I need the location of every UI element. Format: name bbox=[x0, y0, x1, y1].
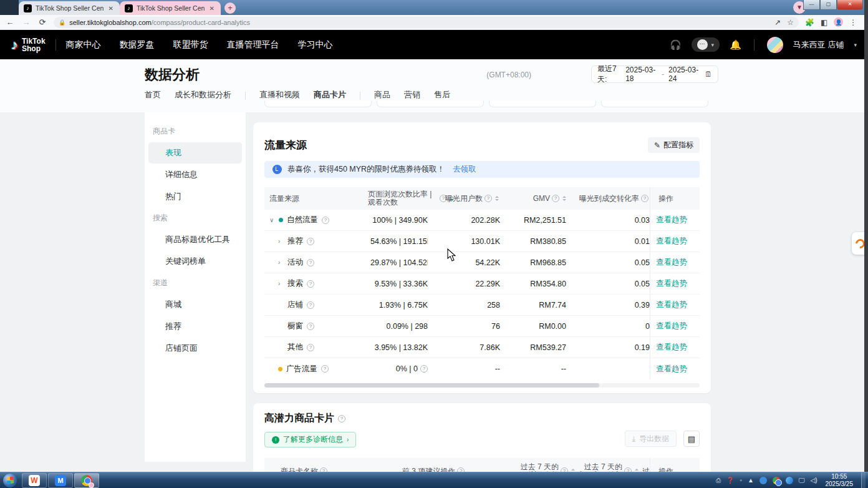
taskbar-wps-button[interactable]: W bbox=[22, 473, 47, 488]
claim-coupon-link[interactable]: 去领取 bbox=[453, 164, 476, 175]
nav-item-affiliate[interactable]: 联盟带货 bbox=[173, 39, 208, 51]
info-icon[interactable]: ? bbox=[561, 467, 568, 472]
forward-icon[interactable]: → bbox=[21, 17, 31, 27]
info-icon[interactable]: ? bbox=[552, 195, 559, 202]
sidebar-item-details[interactable]: 详细信息 bbox=[148, 164, 242, 185]
sidebar-item-keyword-ranking[interactable]: 关键词榜单 bbox=[148, 251, 242, 272]
tab-growth-analytics[interactable]: 成长和数据分析 bbox=[175, 89, 231, 107]
taskbar-chrome-button[interactable] bbox=[74, 473, 99, 488]
tray-hidden-icons-arrow[interactable]: ▲ bbox=[748, 477, 754, 484]
tray-window-icon[interactable]: ▫ bbox=[740, 477, 742, 484]
tray-help-icon[interactable]: ❓ bbox=[726, 477, 734, 484]
col-7d-gmv[interactable]: 过去 7 天的商品交易总额 ? bbox=[577, 458, 639, 472]
browser-tab-1[interactable]: ♪ TikTok Shop Seller Center | Cr ✕ bbox=[19, 1, 120, 15]
reload-icon[interactable]: ⟳ bbox=[37, 17, 47, 27]
sidebar-item-shop-page[interactable]: 店铺页面 bbox=[148, 338, 242, 359]
tab-home[interactable]: 首页 bbox=[145, 89, 161, 107]
profile-avatar[interactable]: 👤 bbox=[834, 17, 843, 27]
calendar-icon[interactable]: 🗓 bbox=[705, 70, 712, 79]
scrollbar-thumb[interactable] bbox=[264, 383, 599, 388]
nav-item-learning-center[interactable]: 学习中心 bbox=[298, 39, 333, 51]
export-data-button[interactable]: ⤓ 导出数据 bbox=[625, 431, 677, 447]
diagnosis-info-button[interactable]: ! 了解更多诊断信息 › bbox=[264, 432, 356, 447]
sidebar-item-mall[interactable]: 商城 bbox=[148, 294, 242, 315]
view-trend-link[interactable]: 查看趋势 bbox=[650, 236, 700, 246]
col-pageview-rate[interactable]: 页面浏览次数比率 | 观看次数 ? bbox=[368, 187, 454, 210]
taskbar-app-button[interactable]: M bbox=[48, 473, 73, 488]
side-panel-icon[interactable]: ◧ bbox=[821, 18, 827, 27]
tray-app-icon[interactable] bbox=[786, 477, 793, 484]
info-icon[interactable]: ? bbox=[338, 415, 345, 422]
menu-dots-icon[interactable]: ⋮ bbox=[849, 18, 857, 27]
sidebar-item-trending[interactable]: 热门 bbox=[148, 186, 242, 207]
tab-close-icon[interactable]: ✕ bbox=[107, 5, 115, 12]
view-trend-link[interactable]: 查看趋势 bbox=[650, 364, 700, 374]
address-bar[interactable]: 🔒 seller.tiktokglobalshop.com/compass/pr… bbox=[54, 17, 799, 28]
maximize-button[interactable]: ▢ bbox=[820, 0, 837, 10]
info-icon[interactable]: ? bbox=[307, 344, 314, 351]
view-trend-link[interactable]: 查看趋势 bbox=[650, 278, 700, 289]
share-icon[interactable]: ↗ bbox=[774, 18, 781, 27]
col-7d-viewers[interactable]: 过去 7 天的浏览人数 ? bbox=[514, 458, 575, 472]
bookmark-star-icon[interactable]: ☆ bbox=[787, 18, 794, 27]
info-icon[interactable]: ? bbox=[307, 259, 314, 266]
info-icon[interactable]: ? bbox=[420, 365, 428, 373]
nav-item-data-compass[interactable]: 数据罗盘 bbox=[120, 39, 155, 51]
chevron-right-icon[interactable]: › bbox=[278, 280, 284, 287]
bell-icon[interactable]: 🔔 bbox=[730, 39, 741, 51]
start-button[interactable] bbox=[3, 474, 17, 487]
store-name[interactable]: 马来西亚 店铺 bbox=[793, 39, 844, 51]
col-gmv[interactable]: GMV ? bbox=[533, 187, 566, 210]
tray-qq-icon[interactable] bbox=[760, 477, 767, 484]
info-icon[interactable]: ? bbox=[320, 467, 327, 472]
view-trend-link[interactable]: 查看趋势 bbox=[650, 300, 700, 310]
col-conversion-rate[interactable]: 曝光到成交转化率 ? bbox=[579, 187, 649, 210]
info-icon[interactable]: ? bbox=[307, 280, 314, 288]
new-tab-button[interactable]: + bbox=[224, 2, 236, 14]
chevron-down-icon[interactable]: ▾ bbox=[854, 42, 857, 48]
view-trend-link[interactable]: 查看趋势 bbox=[650, 342, 700, 353]
sidebar-item-title-optimizer[interactable]: 商品标题优化工具 bbox=[148, 229, 242, 250]
tiktok-shop-logo[interactable]: ♪ TikTokShop bbox=[11, 37, 46, 53]
network-icon[interactable]: 🖵 bbox=[799, 477, 805, 484]
tray-chrome-icon[interactable] bbox=[773, 477, 780, 484]
extensions-puzzle-icon[interactable]: 🧩 bbox=[805, 18, 814, 27]
info-icon[interactable]: ? bbox=[641, 195, 649, 202]
date-range-picker[interactable]: 最近7天: 2025-03-18 - 2025-03-24 🗓 bbox=[591, 66, 718, 83]
sort-icons[interactable] bbox=[495, 196, 499, 201]
browser-tab-2[interactable]: ♪ TikTok Shop Seller Center | Cr ✕ bbox=[120, 1, 221, 15]
info-icon[interactable]: ? bbox=[322, 217, 329, 224]
info-icon[interactable]: ? bbox=[457, 467, 465, 472]
store-avatar[interactable] bbox=[767, 37, 783, 53]
sidebar-item-performance[interactable]: 表现 bbox=[148, 142, 242, 163]
view-trend-link[interactable]: 查看趋势 bbox=[650, 215, 700, 225]
info-icon[interactable]: ? bbox=[307, 238, 314, 245]
sort-icons[interactable] bbox=[562, 196, 566, 201]
tray-printer-icon[interactable]: ⎙ bbox=[716, 477, 721, 484]
col-exposed-users[interactable]: 曝光用户数 ? bbox=[445, 187, 499, 210]
chevron-right-icon[interactable]: › bbox=[278, 238, 284, 245]
close-button[interactable]: ✕ bbox=[837, 0, 863, 10]
volume-icon[interactable]: ◁) bbox=[810, 477, 817, 484]
info-icon[interactable]: ? bbox=[624, 467, 632, 472]
view-trend-link[interactable]: 查看趋势 bbox=[650, 257, 700, 268]
info-icon[interactable]: ? bbox=[307, 301, 314, 309]
sidebar-item-recommend[interactable]: 推荐 bbox=[148, 316, 242, 337]
nav-item-seller-center[interactable]: 商家中心 bbox=[66, 39, 101, 51]
report-doc-button[interactable]: ▤ bbox=[683, 431, 700, 447]
horizontal-scrollbar[interactable] bbox=[264, 383, 700, 388]
info-icon[interactable]: ? bbox=[485, 195, 492, 202]
tab-close-icon[interactable]: ✕ bbox=[208, 5, 216, 12]
show-desktop-button[interactable] bbox=[861, 472, 866, 488]
info-icon[interactable]: ? bbox=[307, 323, 314, 330]
view-trend-link[interactable]: 查看趋势 bbox=[650, 321, 700, 331]
chevron-down-icon[interactable]: ∨ bbox=[269, 217, 275, 223]
nav-item-live-platform[interactable]: 直播管理平台 bbox=[227, 39, 279, 51]
minimize-button[interactable]: — bbox=[803, 0, 820, 10]
info-icon[interactable]: ? bbox=[321, 365, 329, 373]
back-icon[interactable]: ← bbox=[5, 17, 15, 27]
col-top3-suggestions[interactable]: 前 3 项建议操作 ? bbox=[402, 458, 465, 472]
chevron-right-icon[interactable]: › bbox=[278, 259, 284, 266]
configure-metrics-button[interactable]: ✎ 配置指标 bbox=[648, 137, 700, 153]
col-product-card-name[interactable]: 商品卡名称 ? bbox=[281, 458, 327, 472]
